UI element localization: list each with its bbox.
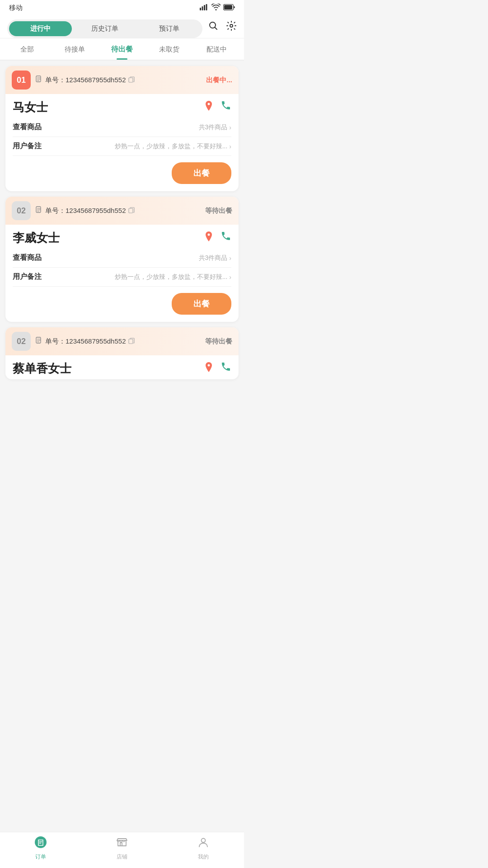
note-value-2: 炒熟一点，少放辣，多放盐，不要好辣... › xyxy=(115,273,231,281)
order-id-text-2: 单号：12345687955dh552 xyxy=(45,207,126,215)
svg-rect-5 xyxy=(224,5,232,9)
order-card-1: 01 单号：12345687955dh552 出餐中... xyxy=(5,66,239,191)
location-icon-3[interactable] xyxy=(203,361,214,377)
order-footer-2: 出餐 xyxy=(5,287,239,322)
svg-rect-12 xyxy=(129,208,133,213)
wifi-icon xyxy=(211,4,221,12)
order-body-2: 李威女士 查看商品 xyxy=(5,225,239,287)
customer-name-3: 蔡单香女士 xyxy=(13,361,71,377)
order-status-3: 等待出餐 xyxy=(205,337,232,346)
out-meal-button-2[interactable]: 出餐 xyxy=(172,293,231,315)
note-row-1[interactable]: 用户备注 炒熟一点，少放辣，多放盐，不要好辣... › xyxy=(13,137,231,156)
goods-label-2: 查看商品 xyxy=(13,253,42,263)
customer-name-1: 马女士 xyxy=(13,99,48,115)
order-footer-1: 出餐 xyxy=(5,156,239,191)
status-bar-right xyxy=(200,4,235,12)
battery-icon xyxy=(223,4,235,12)
order-header-2: 02 单号：12345687955dh552 等待出餐 xyxy=(5,197,239,225)
svg-rect-2 xyxy=(204,5,205,10)
order-body-3: 蔡单香女士 xyxy=(5,355,239,377)
note-value-1: 炒熟一点，少放辣，多放盐，不要好辣... › xyxy=(115,142,231,151)
order-body-1: 马女士 查看商品 xyxy=(5,94,239,156)
sub-tab-ready[interactable]: 待出餐 xyxy=(99,38,146,60)
tab-history[interactable]: 历史订单 xyxy=(74,21,136,36)
order-status-2: 等待出餐 xyxy=(205,207,232,215)
note-label-2: 用户备注 xyxy=(13,272,42,282)
svg-point-16 xyxy=(208,364,210,366)
goods-value-1: 共3件商品 › xyxy=(199,123,231,132)
order-status-1: 出餐中... xyxy=(206,76,232,85)
orders-container: 01 单号：12345687955dh552 出餐中... xyxy=(0,62,244,419)
order-id-area-2: 单号：12345687955dh552 xyxy=(35,206,201,216)
order-id-area-1: 单号：12345687955dh552 xyxy=(35,75,202,85)
customer-actions-1 xyxy=(203,100,231,115)
customer-actions-3 xyxy=(203,361,231,377)
order-doc-icon-3 xyxy=(35,337,42,346)
svg-rect-1 xyxy=(202,6,203,10)
customer-row-3: 蔡单香女士 xyxy=(13,361,231,377)
top-nav-icons xyxy=(208,20,237,38)
copy-icon-3[interactable] xyxy=(128,338,135,345)
location-icon-1[interactable] xyxy=(203,100,214,115)
order-id-text-3: 单号：12345687955dh552 xyxy=(45,337,126,346)
sub-tab-pending[interactable]: 待接单 xyxy=(51,39,99,59)
tab-preorder[interactable]: 预订单 xyxy=(138,21,201,36)
svg-rect-9 xyxy=(129,78,133,82)
settings-icon[interactable] xyxy=(226,20,237,34)
out-meal-button-1[interactable]: 出餐 xyxy=(172,162,231,184)
order-doc-icon-2 xyxy=(35,206,42,216)
phone-icon-2[interactable] xyxy=(221,231,231,246)
phone-icon-1[interactable] xyxy=(221,100,231,115)
order-card-2: 02 单号：12345687955dh552 等待出餐 xyxy=(5,197,239,322)
order-id-text-1: 单号：12345687955dh552 xyxy=(45,76,126,85)
order-card-3: 02 单号：12345687955dh552 等待出餐 xyxy=(5,327,239,379)
customer-actions-2 xyxy=(203,231,231,246)
svg-rect-15 xyxy=(129,339,133,344)
customer-row-1: 马女士 xyxy=(13,99,231,115)
order-id-area-3: 单号：12345687955dh552 xyxy=(35,337,201,346)
status-bar: 移动 xyxy=(0,0,244,15)
customer-name-2: 李威女士 xyxy=(13,230,60,246)
sub-tab-all[interactable]: 全部 xyxy=(4,39,51,59)
top-nav-tabs: 进行中 历史订单 预订单 xyxy=(7,19,202,38)
order-doc-icon-1 xyxy=(35,75,42,85)
location-icon-2[interactable] xyxy=(203,231,214,246)
carrier-label: 移动 xyxy=(9,4,23,12)
phone-icon-3[interactable] xyxy=(221,361,231,377)
copy-icon-2[interactable] xyxy=(128,207,135,215)
customer-row-2: 李威女士 xyxy=(13,230,231,246)
sub-tab-uncollected[interactable]: 未取货 xyxy=(145,39,193,59)
order-num-badge-1: 01 xyxy=(12,71,31,90)
top-nav: 进行中 历史订单 预订单 xyxy=(0,15,244,38)
note-label-1: 用户备注 xyxy=(13,142,42,151)
sub-tabs: 全部 待接单 待出餐 未取货 配送中 xyxy=(0,38,244,61)
svg-rect-0 xyxy=(200,8,201,10)
svg-point-7 xyxy=(230,24,233,27)
goods-label-1: 查看商品 xyxy=(13,123,42,132)
sub-tab-delivering[interactable]: 配送中 xyxy=(193,39,240,59)
goods-row-1[interactable]: 查看商品 共3件商品 › xyxy=(13,118,231,137)
signal-icon xyxy=(200,4,209,12)
order-header-1: 01 单号：12345687955dh552 出餐中... xyxy=(5,66,239,94)
svg-point-10 xyxy=(208,103,210,105)
svg-rect-3 xyxy=(206,4,207,10)
tab-active[interactable]: 进行中 xyxy=(9,21,72,36)
goods-value-2: 共3件商品 › xyxy=(199,254,231,262)
note-row-2[interactable]: 用户备注 炒熟一点，少放辣，多放盐，不要好辣... › xyxy=(13,268,231,287)
svg-point-13 xyxy=(208,233,210,236)
goods-row-2[interactable]: 查看商品 共3件商品 › xyxy=(13,249,231,268)
order-header-3: 02 单号：12345687955dh552 等待出餐 xyxy=(5,327,239,355)
copy-icon-1[interactable] xyxy=(128,76,135,84)
order-num-badge-3: 02 xyxy=(12,332,31,351)
search-icon[interactable] xyxy=(208,20,219,34)
order-num-badge-2: 02 xyxy=(12,201,31,220)
